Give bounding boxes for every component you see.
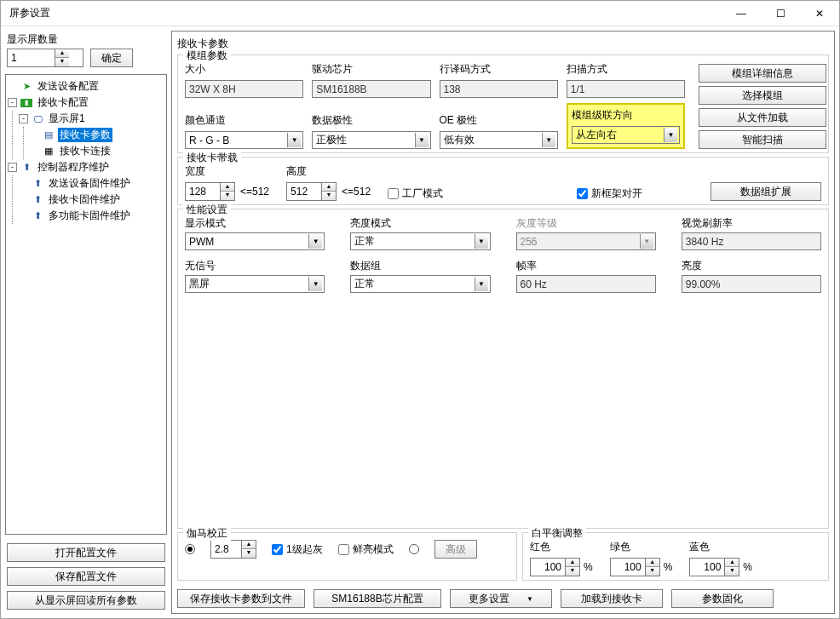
gamma-radio[interactable] <box>185 544 195 554</box>
gamma-input[interactable] <box>211 541 241 558</box>
solidify-button[interactable]: 参数固化 <box>671 589 774 608</box>
scan-value: 1/1 <box>567 80 685 98</box>
brightmode-select[interactable]: 正常▼ <box>350 232 490 250</box>
module-detail-button[interactable]: 模组详细信息 <box>699 64 826 83</box>
tree-send-device[interactable]: ➤ 发送设备配置 <box>8 78 164 95</box>
nosignal-select[interactable]: 黑屏▼ <box>185 275 325 293</box>
tree-screen1[interactable]: -🖵 显示屏1 <box>19 111 164 127</box>
tree-ctrl-maint[interactable]: -⬆ 控制器程序维护 <box>8 159 164 175</box>
green-spinner[interactable]: ▲▼ <box>610 558 660 576</box>
upload-icon: ⬆ <box>32 178 43 190</box>
color-select[interactable]: R - G - B▼ <box>185 131 303 149</box>
spin-up[interactable]: ▲ <box>322 183 336 192</box>
height-input[interactable] <box>287 183 321 200</box>
spin-up[interactable]: ▲ <box>242 541 256 549</box>
screen-count-input[interactable] <box>8 49 55 66</box>
nosignal-label: 无信号 <box>185 259 325 273</box>
save-param-file-button[interactable]: 保存接收卡参数到文件 <box>177 589 305 608</box>
module-legend: 模组参数 <box>183 49 231 63</box>
whitebalance-group: 白平衡调整 红色▲▼% 绿色▲▼% 蓝色▲▼% <box>522 532 829 581</box>
pct-label: % <box>743 561 752 573</box>
tree-recv-conn[interactable]: ▦ 接收卡连接 <box>30 143 164 159</box>
brightness-value: 99.00% <box>682 275 821 293</box>
tree-recv-firmware[interactable]: ⬆ 接收卡固件维护 <box>19 192 164 208</box>
spin-down[interactable]: ▼ <box>566 567 579 576</box>
confirm-button[interactable]: 确定 <box>90 49 133 67</box>
red-input[interactable] <box>531 559 565 576</box>
gamma-spinner[interactable]: ▲▼ <box>210 540 256 559</box>
spin-down[interactable]: ▼ <box>242 549 256 558</box>
data-extend-button[interactable]: 数据组扩展 <box>711 182 821 201</box>
brightmode-label: 亮度模式 <box>350 216 490 231</box>
upload-icon: ⬆ <box>32 210 43 222</box>
advanced-button: 高级 <box>434 540 477 559</box>
pct-label: % <box>584 561 593 573</box>
close-button[interactable]: ✕ <box>800 1 839 26</box>
select-module-button[interactable]: 选择模组 <box>699 86 826 105</box>
blue-label: 蓝色 <box>689 540 752 554</box>
spin-up[interactable]: ▲ <box>221 183 234 192</box>
green-input[interactable] <box>611 559 645 576</box>
tree-multi-firmware[interactable]: ⬆ 多功能卡固件维护 <box>19 208 164 224</box>
level1-check[interactable]: 1级起灰 <box>272 542 323 557</box>
oe-select[interactable]: 低有效▼ <box>440 131 558 149</box>
chevron-down-icon: ▼ <box>308 234 322 249</box>
datagroup-label: 数据组 <box>350 259 490 273</box>
spin-down[interactable]: ▼ <box>221 192 234 200</box>
blue-input[interactable] <box>690 559 724 576</box>
open-config-button[interactable]: 打开配置文件 <box>7 543 165 562</box>
collapse-icon[interactable]: - <box>8 98 17 107</box>
height-spinner[interactable]: ▲▼ <box>286 182 337 201</box>
collapse-icon[interactable]: - <box>19 114 28 123</box>
tree-recv-config[interactable]: -▮ 接收卡配置 <box>8 95 164 111</box>
spin-up[interactable]: ▲ <box>566 559 579 567</box>
factory-check[interactable]: 工厂模式 <box>388 186 443 201</box>
color-label: 颜色通道 <box>185 113 303 128</box>
read-from-screen-button[interactable]: 从显示屏回读所有参数 <box>7 591 165 610</box>
spin-up[interactable]: ▲ <box>55 49 69 58</box>
blue-spinner[interactable]: ▲▼ <box>689 558 739 576</box>
decode-label: 行译码方式 <box>440 62 558 77</box>
spin-down[interactable]: ▼ <box>55 58 69 66</box>
green-label: 绿色 <box>610 540 673 554</box>
more-settings-button[interactable]: 更多设置▼ <box>450 589 552 608</box>
red-spinner[interactable]: ▲▼ <box>530 558 580 576</box>
chevron-down-icon: ▼ <box>308 277 322 291</box>
framerate-label: 帧率 <box>516 259 656 273</box>
brightmode-check[interactable]: 鲜亮模式 <box>338 542 394 557</box>
tree-send-firmware[interactable]: ⬆ 发送设备固件维护 <box>19 175 164 192</box>
tree-view[interactable]: ➤ 发送设备配置 -▮ 接收卡配置 -🖵 显示屏1 ▤ 接收卡参数 <box>5 74 167 535</box>
cascade-select[interactable]: 从左向右▼ <box>572 126 680 144</box>
save-config-button[interactable]: 保存配置文件 <box>7 567 165 586</box>
param-icon: ▤ <box>43 129 55 141</box>
datagroup-select[interactable]: 正常▼ <box>350 275 490 293</box>
minimize-button[interactable]: — <box>722 1 761 26</box>
left-pane: 显示屏数量 ▲▼ 确定 ➤ 发送设备配置 -▮ 接收卡配置 <box>5 31 167 614</box>
spin-down[interactable]: ▼ <box>646 567 659 576</box>
tree-recv-param[interactable]: ▤ 接收卡参数 <box>30 127 164 143</box>
width-input[interactable] <box>186 183 220 200</box>
framerate-value: 60 Hz <box>516 275 656 293</box>
width-spinner[interactable]: ▲▼ <box>185 182 235 201</box>
dispmode-select[interactable]: PWM▼ <box>185 232 325 250</box>
chip-config-button[interactable]: SM16188B芯片配置 <box>314 589 441 608</box>
smart-scan-button[interactable]: 智能扫描 <box>699 130 826 149</box>
collapse-icon[interactable]: - <box>8 163 17 172</box>
screen-count-spinner[interactable]: ▲▼ <box>7 49 83 67</box>
load-from-file-button[interactable]: 从文件加载 <box>699 108 826 127</box>
spin-down[interactable]: ▼ <box>322 192 336 200</box>
polarity-select[interactable]: 正极性▼ <box>312 131 430 149</box>
cascade-highlighted: 模组级联方向从左向右▼ <box>567 103 685 149</box>
chevron-down-icon: ▼ <box>475 234 488 249</box>
chip-label: 驱动芯片 <box>312 62 430 77</box>
spin-up[interactable]: ▲ <box>646 559 659 567</box>
chip-value: SM16188B <box>312 80 430 98</box>
size-label: 大小 <box>185 62 303 77</box>
spin-up[interactable]: ▲ <box>725 559 739 567</box>
newframe-check[interactable]: 新框架对开 <box>577 186 642 201</box>
decode-value: 138 <box>440 80 558 98</box>
load-to-card-button[interactable]: 加载到接收卡 <box>561 589 663 608</box>
scan-label: 扫描方式 <box>567 62 685 77</box>
spin-down[interactable]: ▼ <box>725 567 739 576</box>
maximize-button[interactable]: ☐ <box>761 1 800 26</box>
